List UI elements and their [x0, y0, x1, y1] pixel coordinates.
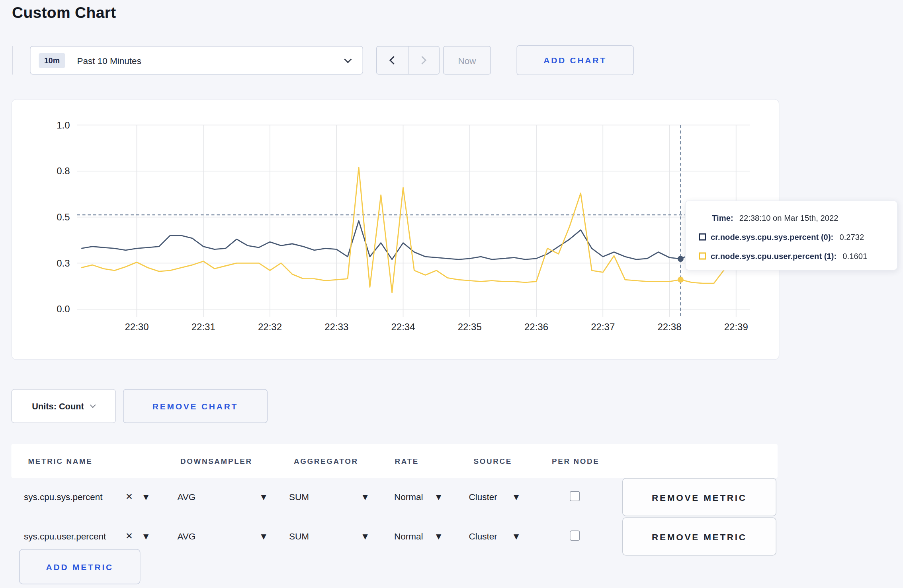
page-title: Custom Chart	[12, 4, 116, 22]
col-aggregator: AGGREGATOR	[294, 444, 358, 478]
x-tick-label: 22:33	[324, 321, 348, 332]
chevron-down-icon[interactable]: ▼	[142, 477, 150, 516]
tooltip-series-value: 0.2732	[839, 232, 864, 241]
series-line-0	[81, 221, 758, 259]
timeseries-chart[interactable]: 0.00.30.50.81.022:3022:3122:3222:3322:34…	[12, 100, 779, 360]
time-pager	[376, 46, 440, 75]
custom-chart-page: Custom Chart 10m Past 10 Minutes Now ADD…	[0, 0, 903, 588]
chevron-down-icon[interactable]: ▼	[512, 517, 521, 555]
col-rate: RATE	[395, 444, 419, 478]
chevron-down-icon	[90, 402, 96, 408]
chevron-down-icon[interactable]: ▼	[361, 477, 369, 516]
y-tick-label: 0.0	[57, 304, 70, 314]
next-time-button[interactable]	[408, 47, 439, 74]
per-node-checkbox[interactable]	[570, 531, 580, 541]
downsampler-select[interactable]: AVG	[178, 477, 196, 516]
now-button[interactable]: Now	[443, 46, 491, 75]
chevron-left-icon	[389, 56, 398, 64]
tooltip-series-row: cr.node.sys.cpu.sys.percent (0): 0.2732	[699, 230, 889, 243]
table-row: sys.cpu.sys.percent ✕ ▼ AVG ▼ SUM ▼ Norm…	[12, 477, 778, 516]
metric-name-select[interactable]: sys.cpu.sys.percent	[24, 477, 103, 516]
chevron-down-icon[interactable]: ▼	[434, 477, 443, 516]
aggregator-select[interactable]: SUM	[289, 517, 309, 555]
x-tick-label: 22:37	[591, 321, 615, 332]
col-metric-name: METRIC NAME	[28, 444, 93, 478]
metrics-table-header: METRIC NAME DOWNSAMPLER AGGREGATOR RATE …	[12, 444, 778, 478]
x-tick-label: 22:36	[524, 321, 548, 332]
x-tick-label: 22:30	[125, 321, 149, 332]
sys-percent-swatch-icon	[699, 234, 706, 241]
tooltip-series-name: cr.node.sys.cpu.sys.percent (0):	[711, 232, 833, 241]
x-tick-label: 22:32	[258, 321, 282, 332]
x-tick-label: 22:38	[657, 321, 681, 332]
col-downsampler: DOWNSAMPLER	[180, 444, 252, 478]
source-select[interactable]: Cluster	[469, 517, 497, 555]
x-tick-label: 22:31	[192, 321, 215, 332]
add-metric-button[interactable]: ADD METRIC	[19, 549, 141, 584]
col-per-node: PER NODE	[552, 444, 600, 478]
x-tick-label: 22:35	[458, 321, 482, 332]
x-tick-label: 22:34	[391, 321, 415, 332]
time-range-badge: 10m	[39, 53, 65, 68]
units-dropdown[interactable]: Units: Count	[12, 389, 116, 423]
y-tick-label: 0.5	[57, 212, 70, 222]
tooltip-time-value: 22:38:10 on Mar 15th, 2022	[739, 213, 838, 222]
downsampler-select[interactable]: AVG	[178, 517, 196, 555]
series-line-1	[81, 167, 758, 293]
rate-select[interactable]: Normal	[394, 477, 423, 516]
x-tick-label: 22:39	[724, 321, 748, 332]
source-select[interactable]: Cluster	[469, 477, 497, 516]
tooltip-series-value: 0.1601	[842, 251, 867, 261]
units-label: Units: Count	[32, 401, 84, 411]
user-percent-swatch-icon	[699, 253, 706, 260]
col-source: SOURCE	[474, 444, 512, 478]
time-range-dropdown[interactable]: 10m Past 10 Minutes	[30, 46, 363, 75]
per-node-checkbox[interactable]	[570, 491, 580, 502]
add-chart-button[interactable]: ADD CHART	[517, 45, 634, 75]
tooltip-time-label: Time:	[712, 213, 733, 222]
clear-metric-icon[interactable]: ✕	[125, 477, 133, 516]
prev-time-button[interactable]	[377, 47, 408, 74]
crosshair-point-0	[678, 256, 684, 262]
y-tick-label: 1.0	[57, 120, 70, 130]
tooltip-series-name: cr.node.sys.cpu.user.percent (1):	[711, 251, 837, 261]
chevron-down-icon[interactable]: ▼	[142, 517, 150, 555]
tooltip-time-row: Time: 22:38:10 on Mar 15th, 2022	[699, 211, 889, 224]
y-tick-label: 0.8	[57, 165, 70, 176]
chevron-down-icon[interactable]: ▼	[512, 477, 521, 516]
chevron-down-icon[interactable]: ▼	[434, 517, 443, 555]
chevron-down-icon	[344, 55, 352, 63]
tooltip-series-row: cr.node.sys.cpu.user.percent (1): 0.1601	[699, 249, 889, 263]
toolbar-divider	[12, 46, 13, 75]
chart-card: 0.00.30.50.81.022:3022:3122:3222:3322:34…	[12, 99, 780, 360]
rate-select[interactable]: Normal	[394, 517, 423, 555]
chevron-right-icon	[418, 56, 426, 64]
chevron-down-icon[interactable]: ▼	[361, 517, 369, 555]
remove-metric-button[interactable]: REMOVE METRIC	[622, 518, 776, 556]
chart-tooltip: Time: 22:38:10 on Mar 15th, 2022 cr.node…	[685, 201, 898, 271]
y-tick-label: 0.3	[57, 258, 70, 269]
aggregator-select[interactable]: SUM	[289, 477, 309, 516]
chevron-down-icon[interactable]: ▼	[259, 477, 268, 516]
remove-metric-button[interactable]: REMOVE METRIC	[622, 478, 776, 516]
remove-chart-button[interactable]: REMOVE CHART	[123, 389, 268, 423]
chevron-down-icon[interactable]: ▼	[259, 517, 268, 555]
time-range-label: Past 10 Minutes	[77, 55, 141, 66]
crosshair-point-1	[678, 277, 684, 282]
